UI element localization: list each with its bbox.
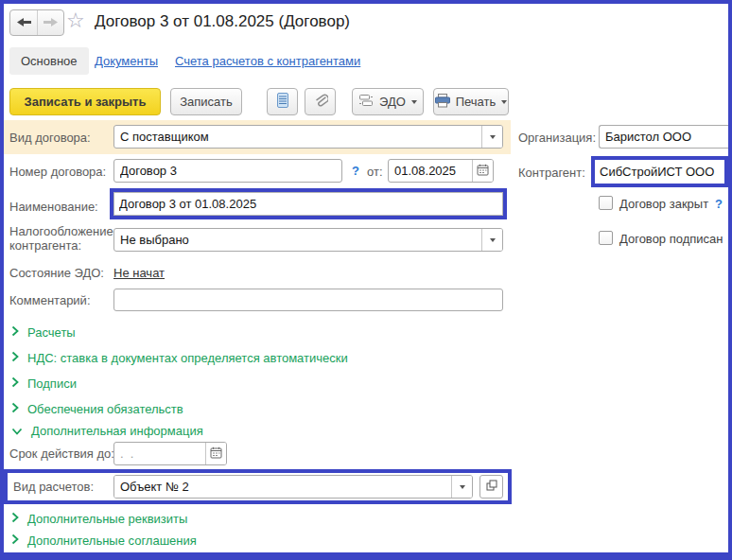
taxation-label: Налогообложение контрагента: [9, 224, 112, 253]
contract-closed-help[interactable]: ? [715, 197, 723, 211]
valid-until-input[interactable] [114, 443, 205, 464]
calc-kind-combobox[interactable] [113, 475, 473, 499]
chevron-down-icon [11, 424, 23, 438]
tab-main[interactable]: Основное [9, 47, 89, 75]
edo-exchange-icon [358, 94, 374, 110]
print-caret-icon [501, 100, 507, 104]
section-additional-agreements[interactable]: Дополнительные соглашения [11, 534, 197, 548]
valid-until-label: Срок действия до: [9, 446, 114, 461]
edo-caret-icon [411, 100, 417, 104]
chevron-right-icon [11, 325, 19, 340]
tab-settlement-accounts[interactable]: Счета расчетов с контрагентами [175, 54, 360, 68]
edo-state-label: Состояние ЭДО: [9, 266, 104, 280]
register-list-icon [277, 93, 288, 111]
section-settlements-label: Расчеты [27, 325, 76, 340]
counterparty-highlight[interactable] [591, 156, 728, 187]
contract-closed-checkbox[interactable] [599, 196, 613, 210]
section-settlements[interactable]: Расчеты [11, 325, 76, 340]
contract-kind-label: Вид договора: [9, 131, 91, 145]
comment-label: Комментарий: [9, 293, 91, 307]
contract-date-field[interactable] [388, 159, 494, 183]
chevron-right-icon [11, 512, 19, 526]
comment-input[interactable] [114, 289, 502, 310]
section-vat[interactable]: НДС: ставка в документах определяется ав… [11, 351, 348, 365]
attachments-button[interactable] [305, 88, 336, 115]
counterparty-label: Контрагент: [518, 166, 585, 180]
forward-button[interactable] [37, 10, 63, 35]
related-documents-button[interactable] [267, 88, 298, 115]
edo-menu-label: ЭДО [379, 95, 406, 109]
section-additional-agreements-label: Дополнительные соглашения [27, 534, 197, 548]
dropdown-caret-icon [490, 135, 496, 139]
save-and-close-button[interactable]: Записать и закрыть [9, 88, 161, 115]
section-signatures-label: Подписи [27, 376, 77, 391]
print-menu-label: Печать [456, 95, 497, 109]
contract-signed-label: Договор подписан [619, 232, 723, 246]
calc-kind-label: Вид расчетов: [13, 480, 113, 494]
section-obligations[interactable]: Обеспечения обязательств [11, 402, 183, 416]
counterparty-input[interactable] [595, 160, 724, 184]
page-title: Договор 3 от 01.08.2025 (Договор) [95, 12, 350, 31]
taxation-combobox[interactable] [113, 228, 503, 252]
edo-menu-button[interactable]: ЭДО [352, 88, 424, 115]
taxation-dropdown-button[interactable] [481, 229, 502, 251]
forward-arrow-icon [44, 16, 58, 30]
organization-label: Организация: [518, 131, 596, 145]
dropdown-caret-icon [460, 485, 465, 489]
section-additional-attributes-label: Дополнительные реквизиты [27, 512, 187, 526]
organization-input[interactable] [600, 126, 728, 148]
valid-until-field[interactable] [113, 442, 227, 465]
name-highlight[interactable] [110, 188, 507, 219]
contract-form-window: ☆ Договор 3 от 01.08.2025 (Договор) Осно… [0, 0, 732, 560]
contract-number-input[interactable] [114, 160, 341, 182]
calendar-icon [477, 164, 489, 179]
chevron-right-icon [11, 402, 19, 416]
printer-icon [435, 94, 450, 111]
chevron-right-icon [11, 534, 19, 548]
calc-kind-highlight: Вид расчетов: [4, 469, 512, 504]
save-button[interactable]: Записать [170, 88, 242, 115]
tab-documents[interactable]: Документы [95, 54, 158, 68]
open-in-window-icon [486, 480, 497, 494]
calc-kind-input[interactable] [114, 476, 451, 498]
history-nav [9, 9, 64, 36]
paperclip-icon [313, 93, 328, 111]
back-button[interactable] [10, 10, 37, 35]
calc-kind-dropdown-button[interactable] [451, 476, 472, 498]
contract-kind-input[interactable] [114, 126, 481, 148]
section-obligations-label: Обеспечения обязательств [27, 402, 183, 416]
chevron-right-icon [11, 351, 19, 365]
back-arrow-icon [17, 16, 31, 30]
contract-number-field[interactable] [113, 159, 342, 183]
comment-field[interactable] [113, 289, 503, 311]
contract-closed-label: Договор закрыт [619, 197, 708, 211]
print-menu-button[interactable]: Печать [433, 88, 509, 115]
contract-date-from-label: от: [367, 165, 383, 179]
contract-kind-combobox[interactable] [113, 125, 503, 149]
contract-date-input[interactable] [389, 160, 472, 182]
section-additional-info-label: Дополнительная информация [31, 424, 203, 438]
calendar-icon [210, 446, 222, 462]
name-label: Наименование: [9, 200, 98, 214]
valid-until-calendar-button[interactable] [205, 443, 226, 464]
organization-field[interactable] [599, 125, 728, 149]
contract-signed-checkbox[interactable] [599, 231, 613, 245]
section-signatures[interactable]: Подписи [11, 376, 77, 391]
contract-number-help[interactable]: ? [352, 164, 359, 178]
taxation-input[interactable] [114, 229, 481, 251]
contract-date-calendar-button[interactable] [472, 160, 493, 182]
calc-kind-open-button[interactable] [479, 475, 503, 499]
dropdown-caret-icon [490, 238, 496, 242]
contract-kind-dropdown-button[interactable] [481, 126, 502, 148]
name-input[interactable] [113, 192, 503, 216]
section-additional-attributes[interactable]: Дополнительные реквизиты [11, 512, 187, 526]
favorite-star-icon[interactable]: ☆ [66, 9, 85, 33]
chevron-right-icon [11, 376, 19, 391]
contract-number-label: Номер договора: [9, 165, 106, 179]
edo-state-link[interactable]: Не начат [113, 266, 165, 280]
section-vat-label: НДС: ставка в документах определяется ав… [27, 351, 348, 365]
section-additional-info[interactable]: Дополнительная информация [11, 424, 203, 438]
